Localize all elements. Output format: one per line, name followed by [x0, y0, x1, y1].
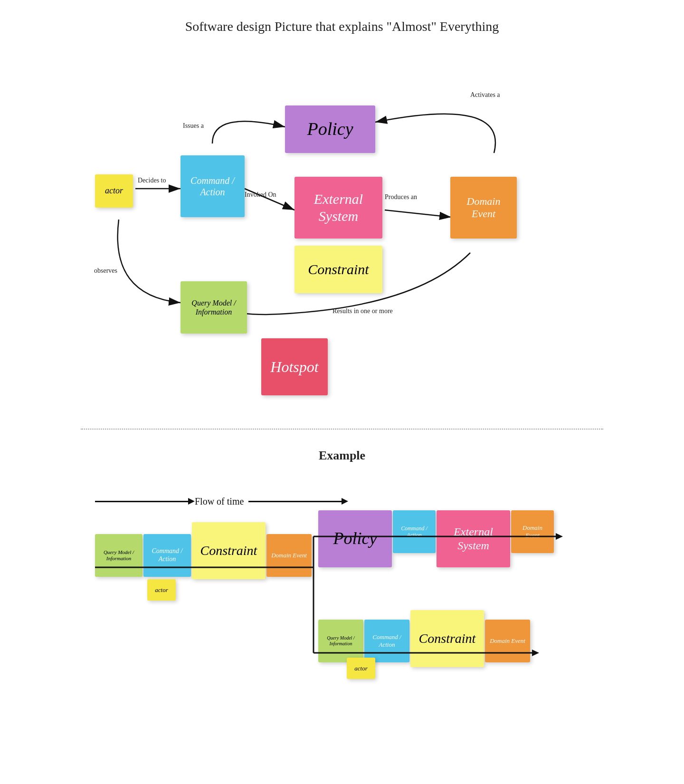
svg-marker-5 — [556, 533, 563, 540]
ex-command-3: Command / Action — [364, 620, 409, 662]
diagram-section: Decides to Invoked On Issues a Produces … — [81, 48, 603, 419]
ex-domain-event-2: Domain Event — [511, 510, 554, 553]
ex-domain-event-3: Domain Event — [485, 620, 530, 662]
ex-query-model-1: Query Model / Information — [95, 534, 142, 577]
query-model-sticky: Query Model / Information — [180, 281, 247, 334]
decides-to-label: Decides to — [138, 177, 166, 184]
ex-constraint-2: Constraint — [410, 610, 484, 667]
hotspot-sticky: Hotspot — [261, 338, 328, 395]
flow-label: Flow of time — [195, 496, 244, 507]
timeline-line2 — [248, 501, 343, 502]
ex-external-system-1: External System — [437, 510, 510, 567]
svg-marker-8 — [532, 650, 539, 656]
ex-query-model-2: Query Model / Information — [318, 620, 363, 662]
ex-constraint-1: Constraint — [192, 522, 266, 579]
section-divider — [81, 429, 603, 430]
ex-command-2: Command / Action — [393, 510, 436, 553]
ex-actor-2: actor — [347, 658, 375, 679]
external-system-sticky: External System — [294, 177, 382, 239]
policy-sticky: Policy — [285, 105, 375, 153]
flow-of-time: Flow of time — [95, 496, 343, 507]
example-section: Flow of time Query Model / Information C… — [81, 477, 603, 762]
example-title: Example — [0, 439, 684, 477]
ex-domain-event-1: Domain Event — [266, 534, 312, 577]
command-action-sticky: Command / Action — [180, 155, 245, 217]
domain-event-sticky: Domain Event — [450, 177, 517, 239]
ex-actor-1: actor — [147, 579, 176, 601]
observes-label: observes — [94, 267, 117, 275]
issues-a-label: Issues a — [183, 122, 204, 130]
ex-policy-1: Policy — [318, 510, 392, 567]
ex-command-1: Command / Action — [143, 534, 191, 577]
produces-an-label: Produces an — [385, 193, 417, 201]
invoked-on-label: Invoked On — [245, 191, 276, 199]
page-title: Software design Picture that explains "A… — [0, 0, 684, 48]
actor-sticky: actor — [95, 174, 133, 208]
timeline-line — [95, 501, 190, 502]
constraint-sticky: Constraint — [294, 246, 382, 293]
results-in-label: Results in one or more — [332, 307, 393, 315]
activates-a-label: Activates a — [470, 91, 500, 99]
